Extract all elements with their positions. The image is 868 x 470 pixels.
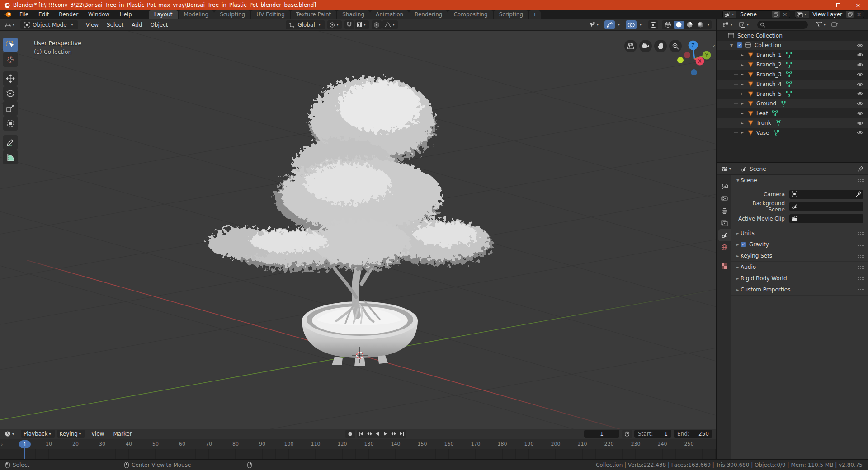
transform-orientation-selector[interactable]: Global ▾: [286, 20, 325, 29]
hide-toggle[interactable]: [857, 101, 863, 106]
jump-to-start-button[interactable]: [357, 430, 365, 438]
expand-arrow-icon[interactable]: ►: [740, 102, 745, 106]
properties-editor-type-button[interactable]: ▾: [720, 164, 734, 174]
units-panel-header[interactable]: ► Units: [731, 228, 868, 239]
view-layer-browse-button[interactable]: ▾: [795, 11, 809, 18]
menu-window[interactable]: Window: [83, 10, 114, 19]
outliner-filter-button[interactable]: ▾: [814, 20, 829, 29]
expand-arrow-icon[interactable]: ►: [740, 111, 745, 115]
use-preview-range-button[interactable]: [622, 430, 632, 438]
tool-rotate[interactable]: [3, 86, 18, 101]
frame-ruler[interactable]: 10 20 30 40 50 60 70 80 90 100 110 120 1…: [0, 439, 716, 449]
tab-texture-properties[interactable]: [717, 260, 731, 272]
new-collection-button[interactable]: [830, 20, 840, 29]
shading-options-dropdown[interactable]: ▾: [708, 23, 709, 27]
tab-world-properties[interactable]: [717, 241, 731, 254]
tab-layout[interactable]: Layout: [149, 10, 178, 19]
audio-panel-header[interactable]: ► Audio: [731, 262, 868, 273]
tool-cursor[interactable]: [3, 52, 18, 67]
expand-arrow-icon[interactable]: ►: [740, 82, 745, 86]
outliner-row-scene-collection[interactable]: Scene Collection: [717, 31, 868, 41]
pivot-point-selector[interactable]: ▾: [327, 20, 342, 29]
outliner-row-object[interactable]: ► Branch_4: [717, 80, 868, 89]
playback-menu[interactable]: Playback▾: [21, 430, 55, 438]
tab-rendering[interactable]: Rendering: [409, 10, 448, 19]
shading-solid-button[interactable]: [674, 21, 684, 29]
xray-toggle[interactable]: [648, 20, 658, 29]
hide-toggle[interactable]: [857, 82, 863, 87]
tab-output-properties[interactable]: [717, 205, 731, 217]
start-frame-field[interactable]: Start: 1: [634, 430, 671, 438]
outliner-row-object[interactable]: ► Branch_1: [717, 50, 868, 60]
panel-grip-icon[interactable]: [858, 243, 864, 246]
camera-view-button[interactable]: [639, 40, 652, 52]
proportional-falloff-selector[interactable]: ▾: [382, 20, 398, 29]
outliner-row-object[interactable]: ► Branch_2: [717, 60, 868, 70]
auto-keying-record-button[interactable]: [345, 430, 355, 438]
outliner-row-object[interactable]: ► Vase: [717, 128, 868, 138]
panel-grip-icon[interactable]: [858, 266, 864, 269]
gravity-panel-header[interactable]: ► ✓ Gravity: [731, 239, 868, 250]
tab-texture-paint[interactable]: Texture Paint: [291, 10, 336, 19]
active-movie-clip-field[interactable]: [789, 214, 863, 223]
shading-material-button[interactable]: [684, 21, 695, 29]
keying-sets-panel-header[interactable]: ► Keying Sets: [731, 250, 868, 262]
show-gizmo-toggle[interactable]: [604, 20, 615, 29]
hide-toggle[interactable]: [857, 62, 863, 67]
panel-grip-icon[interactable]: [858, 179, 864, 182]
hide-toggle[interactable]: [857, 130, 863, 135]
toggle-perspective-button[interactable]: [624, 40, 637, 52]
eyedropper-icon[interactable]: [856, 191, 861, 197]
outliner-row-object[interactable]: ► Ground: [717, 99, 868, 109]
shading-wireframe-button[interactable]: [663, 21, 674, 29]
end-frame-field[interactable]: End: 250: [674, 430, 712, 438]
expand-arrow-icon[interactable]: ►: [740, 72, 745, 76]
scene-new-button[interactable]: [772, 11, 780, 18]
menu-file[interactable]: File: [14, 10, 33, 19]
outliner-display-mode-selector[interactable]: ▾: [721, 20, 736, 29]
tool-measure[interactable]: [3, 150, 18, 164]
custom-properties-panel-header[interactable]: ► Custom Properties: [731, 284, 868, 296]
hide-toggle[interactable]: [857, 121, 863, 126]
hide-toggle[interactable]: [857, 72, 863, 77]
rigid-body-world-panel-header[interactable]: ► Rigid Body World: [731, 273, 868, 284]
shading-rendered-button[interactable]: [695, 21, 706, 29]
hide-toggle[interactable]: [857, 111, 863, 116]
view-layer-new-button[interactable]: [846, 11, 854, 18]
expand-arrow-icon[interactable]: ►: [740, 131, 745, 135]
prev-keyframe-button[interactable]: [365, 430, 373, 438]
editor-type-button[interactable]: ▾: [3, 20, 18, 29]
panel-grip-icon[interactable]: [858, 288, 864, 291]
tab-scene-properties[interactable]: [718, 229, 731, 241]
viewport-3d[interactable]: User Perspective (1) Collection: [0, 31, 716, 429]
view-layer-remove-button[interactable]: ×: [855, 11, 863, 18]
outliner-row-object[interactable]: ► Branch_5: [717, 89, 868, 99]
expand-arrow-icon[interactable]: ▼: [729, 43, 734, 47]
timeline-expand-arrow[interactable]: ›: [1, 442, 3, 447]
tab-shading[interactable]: Shading: [337, 10, 370, 19]
show-overlays-toggle[interactable]: [626, 20, 637, 29]
hide-toggle[interactable]: [857, 43, 863, 48]
background-scene-field[interactable]: [789, 202, 863, 211]
menu-object[interactable]: Object: [146, 22, 172, 28]
snap-toggle[interactable]: [344, 20, 354, 29]
gravity-checkbox[interactable]: ✓: [741, 242, 746, 247]
menu-add[interactable]: Add: [127, 22, 146, 28]
camera-field[interactable]: [789, 190, 863, 199]
pan-view-button[interactable]: [654, 40, 667, 52]
tab-scripting[interactable]: Scripting: [494, 10, 528, 19]
tab-animation[interactable]: Animation: [370, 10, 409, 19]
view-layer-name[interactable]: View Layer: [809, 11, 846, 18]
tool-select-box[interactable]: [3, 38, 18, 52]
tab-sculpting[interactable]: Sculpting: [214, 10, 250, 19]
outliner-row-collection[interactable]: ▼ ✓ Collection: [717, 41, 868, 51]
editor-divider[interactable]: [716, 19, 717, 459]
tab-view-layer-properties[interactable]: [717, 217, 731, 229]
keying-menu[interactable]: Keying▾: [57, 430, 85, 438]
gizmo-options-dropdown[interactable]: ▾: [615, 20, 623, 29]
jump-to-end-button[interactable]: [398, 430, 406, 438]
tab-render-properties[interactable]: [717, 193, 731, 205]
menu-help[interactable]: Help: [114, 10, 137, 19]
current-frame-indicator[interactable]: 1: [19, 440, 31, 448]
sidebar-collapse-arrow[interactable]: ‹: [713, 42, 715, 49]
